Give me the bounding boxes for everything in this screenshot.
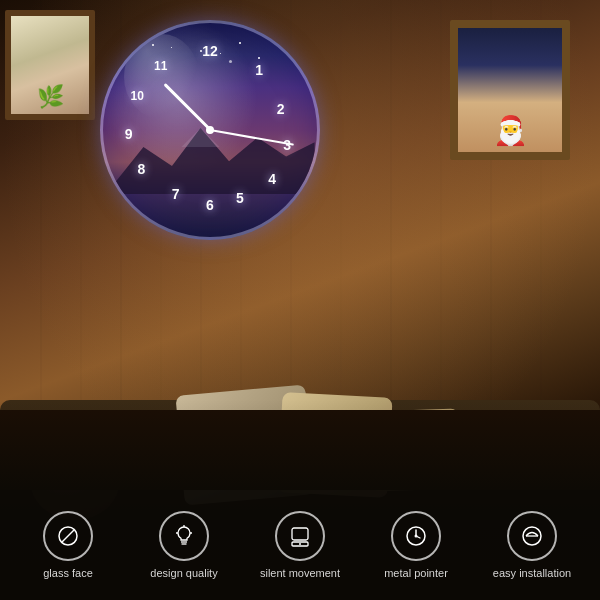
clock-number-8: 8 xyxy=(138,161,146,177)
svg-point-15 xyxy=(415,535,418,538)
clock-number-7: 7 xyxy=(172,186,180,202)
clock-number-4: 4 xyxy=(268,171,276,187)
dome-icon xyxy=(519,523,545,549)
tablet-icon xyxy=(287,523,313,549)
clock-number-6: 6 xyxy=(206,197,214,213)
clock-pointer-icon xyxy=(403,523,429,549)
right-picture-frame: 🎅 xyxy=(450,20,570,160)
clock-number-9: 9 xyxy=(125,126,133,142)
silent-movement-label: silent movement xyxy=(260,567,340,579)
feature-metal-pointer: metal pointer xyxy=(358,511,474,579)
product-image-container: 🌿 🎅 xyxy=(0,0,600,600)
silent-movement-icon-circle xyxy=(275,511,325,561)
clock-face: 12 1 2 3 4 5 6 7 8 9 10 11 xyxy=(100,20,320,240)
glass-face-label: glass face xyxy=(43,567,93,579)
circle-slash-icon xyxy=(55,523,81,549)
right-frame-content: 🎅 xyxy=(458,28,562,152)
feature-glass-face: glass face xyxy=(10,511,126,579)
feature-silent-movement: silent movement xyxy=(242,511,358,579)
metal-pointer-label: metal pointer xyxy=(384,567,448,579)
design-quality-icon-circle xyxy=(159,511,209,561)
clock-number-10: 10 xyxy=(131,89,144,103)
clock-number-5: 5 xyxy=(236,190,244,206)
santa-figure: 🎅 xyxy=(493,114,528,147)
clock-number-1: 1 xyxy=(255,62,263,78)
clock-number-12: 12 xyxy=(202,43,218,59)
left-picture-frame: 🌿 xyxy=(5,10,95,120)
lightbulb-icon xyxy=(171,523,197,549)
svg-rect-9 xyxy=(292,528,308,540)
design-quality-label: design quality xyxy=(150,567,217,579)
seat-area xyxy=(0,410,600,490)
clock-number-2: 2 xyxy=(277,101,285,117)
clock-number-11: 11 xyxy=(154,59,167,73)
feature-strip: glass face design quality xyxy=(0,490,600,600)
easy-installation-icon-circle xyxy=(507,511,557,561)
svg-point-11 xyxy=(299,543,301,545)
svg-line-3 xyxy=(62,530,74,542)
glass-face-icon-circle xyxy=(43,511,93,561)
feature-easy-installation: easy installation xyxy=(474,511,590,579)
left-frame-content: 🌿 xyxy=(11,16,89,114)
metal-pointer-icon-circle xyxy=(391,511,441,561)
easy-installation-label: easy installation xyxy=(493,567,571,579)
clock-center-dot xyxy=(206,126,214,134)
feature-design-quality: design quality xyxy=(126,511,242,579)
clock: 12 1 2 3 4 5 6 7 8 9 10 11 xyxy=(100,20,320,240)
